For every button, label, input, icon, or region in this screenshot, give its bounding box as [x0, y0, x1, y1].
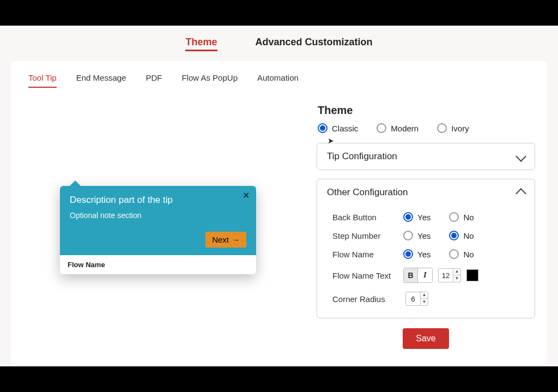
accordion-header-other-configuration[interactable]: Other Configuration	[317, 179, 535, 206]
sub-tab-pdf[interactable]: PDF	[145, 73, 162, 88]
spinner-down-icon[interactable]: ▼	[453, 275, 460, 282]
field-label: Corner Radius	[332, 294, 403, 304]
field-label: Flow Name Text	[332, 271, 403, 280]
tooltip-next-button[interactable]: Next →	[205, 232, 246, 248]
top-tabs: Theme Advanced Customization	[0, 26, 558, 56]
tab-theme[interactable]: Theme	[185, 37, 217, 50]
top-black-bar	[0, 0, 558, 26]
accordion-title: Tip Configuration	[327, 151, 397, 162]
spinner-value: 6	[406, 295, 420, 303]
accordion-title: Other Configuration	[327, 187, 408, 198]
theme-radio-group: Classic ➤ Modern Ivory	[318, 123, 536, 133]
color-swatch[interactable]	[466, 269, 478, 281]
arrow-right-icon: →	[232, 236, 240, 244]
accordion-tip-configuration: Tip Configuration	[317, 143, 535, 170]
theme-section-title: Theme	[318, 104, 536, 117]
radio-back-button-no[interactable]: No	[449, 212, 474, 222]
radio-circle-icon	[318, 123, 327, 133]
radio-label: Yes	[417, 250, 430, 259]
radio-theme-classic[interactable]: Classic	[318, 123, 358, 133]
tooltip-arrow-icon	[70, 180, 81, 186]
chevron-up-icon	[515, 188, 526, 199]
radio-circle-icon	[403, 212, 413, 222]
corner-radius-input[interactable]: 6 ▲ ▼	[405, 292, 428, 306]
font-size-input[interactable]: 12 ▲ ▼	[438, 268, 461, 282]
radio-label: Yes	[417, 231, 430, 240]
radio-step-number-yes[interactable]: Yes	[403, 231, 430, 240]
tooltip-description: Description part of the tip	[70, 195, 246, 206]
tooltip-preview-area: ✕ Description part of the tip Optional n…	[22, 93, 305, 349]
field-label: Back Button	[332, 213, 403, 222]
sub-tab-flow-popup[interactable]: Flow As PopUp	[181, 73, 238, 88]
save-button[interactable]: Save	[403, 328, 448, 349]
sub-tabs: Tool Tip End Message PDF Flow As PopUp A…	[11, 61, 547, 93]
field-label: Flow Name	[332, 250, 403, 259]
tooltip-close-button[interactable]: ✕	[242, 190, 250, 201]
sub-tab-tooltip[interactable]: Tool Tip	[28, 73, 57, 88]
radio-circle-icon	[403, 249, 413, 259]
field-back-button: Back Button Yes No	[332, 208, 525, 226]
field-step-number: Step Number Yes No	[332, 226, 525, 245]
radio-label: No	[463, 213, 474, 222]
spinner-down-icon[interactable]: ▼	[421, 299, 428, 306]
radio-label: No	[463, 231, 474, 240]
chevron-down-icon	[515, 151, 526, 162]
format-group: B I	[403, 268, 433, 283]
radio-circle-icon	[377, 123, 386, 133]
radio-circle-icon	[449, 249, 459, 259]
radio-label: Classic	[332, 124, 358, 133]
radio-theme-modern[interactable]: Modern	[377, 123, 418, 133]
radio-flow-name-yes[interactable]: Yes	[403, 249, 430, 259]
field-flow-name-text: Flow Name Text B I 12 ▲ ▼	[332, 263, 525, 287]
tooltip-next-label: Next	[212, 235, 229, 244]
radio-label: Ivory	[451, 124, 469, 133]
radio-circle-icon	[449, 231, 459, 240]
radio-theme-ivory[interactable]: Ivory	[437, 123, 469, 133]
spinner-value: 12	[439, 272, 453, 280]
field-corner-radius: Corner Radius 6 ▲ ▼	[332, 287, 525, 310]
sub-tab-automation[interactable]: Automation	[257, 73, 299, 88]
italic-button[interactable]: I	[418, 268, 432, 282]
tooltip-flow-name: Flow Name	[60, 255, 256, 274]
field-label: Step Number	[332, 231, 403, 240]
accordion-header-tip-configuration[interactable]: Tip Configuration	[317, 143, 535, 170]
radio-label: Yes	[417, 213, 430, 222]
radio-label: Modern	[391, 124, 418, 133]
sub-tab-end-message[interactable]: End Message	[76, 73, 126, 88]
spinner-up-icon[interactable]: ▲	[421, 292, 428, 299]
spinner-up-icon[interactable]: ▲	[453, 268, 460, 275]
radio-step-number-no[interactable]: No	[449, 231, 474, 240]
radio-label: No	[463, 250, 474, 259]
radio-circle-icon	[437, 123, 447, 133]
main-panel: Tool Tip End Message PDF Flow As PopUp A…	[11, 61, 547, 366]
accordion-other-configuration: Other Configuration Back Button Yes	[317, 179, 535, 318]
radio-back-button-yes[interactable]: Yes	[403, 212, 430, 222]
tooltip-preview-card: ✕ Description part of the tip Optional n…	[60, 186, 256, 274]
bold-button[interactable]: B	[404, 268, 418, 282]
radio-flow-name-no[interactable]: No	[449, 249, 474, 259]
tab-advanced-customization[interactable]: Advanced Customization	[256, 37, 373, 50]
field-flow-name: Flow Name Yes No	[332, 245, 525, 263]
tooltip-note: Optional note section	[70, 211, 246, 220]
radio-circle-icon	[403, 231, 413, 240]
bottom-black-bar	[0, 366, 558, 392]
radio-circle-icon	[449, 212, 459, 222]
